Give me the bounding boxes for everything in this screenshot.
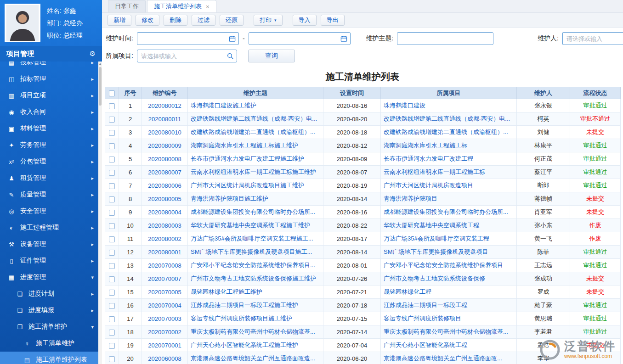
row-topic-link[interactable]: 江苏成品油二期项目一标段工程施工维护 bbox=[191, 302, 298, 308]
row-topic-link[interactable]: 京港澳高速公路粤境韶关至广州互通路面改造... bbox=[191, 355, 315, 362]
sidebar-item-project-setup[interactable]: ▥项目立项▸ bbox=[0, 87, 98, 104]
filter-button[interactable]: 过滤 bbox=[192, 15, 215, 26]
row-topic-link[interactable]: 万达广场35#会所及咖啡厅空调安装工程施工... bbox=[191, 235, 313, 242]
row-checkbox[interactable] bbox=[109, 210, 115, 216]
row-checkbox[interactable] bbox=[109, 157, 115, 162]
row-topic-link[interactable]: 长春市伊通河水力发电厂改建工程施工维护 bbox=[191, 155, 304, 162]
row-topic-link[interactable]: 广安邓小平纪念馆安全防范系统维护保养项目... bbox=[191, 262, 315, 269]
row-project-link[interactable]: 广安邓小平纪念馆安全防范系统维护保养项目 bbox=[384, 262, 503, 269]
row-project-link[interactable]: 湖南洞庭湖水库引水工程施工标 bbox=[384, 142, 467, 149]
row-project-link[interactable]: 晟铭园林绿化工程 bbox=[384, 288, 431, 295]
sidebar-item-labor[interactable]: ✦劳务管理▸ bbox=[0, 137, 98, 153]
date-from-field[interactable] bbox=[137, 32, 239, 45]
row-topic-link[interactable]: 广州市天河区统计局机房改造项目施工维护 bbox=[191, 182, 304, 189]
date-from-input[interactable] bbox=[141, 35, 227, 42]
row-checkbox[interactable] bbox=[109, 183, 115, 189]
row-project-link[interactable]: 华软大厦研究基地中央空调系统工程 bbox=[384, 222, 479, 229]
sidebar-item-certificate[interactable]: ▯证件管理▸ bbox=[0, 252, 98, 269]
sidebar-scrollbar[interactable]: ▲ bbox=[98, 62, 102, 364]
row-code-link[interactable]: 2020070007 bbox=[148, 275, 181, 282]
scroll-up-icon[interactable]: ▲ bbox=[98, 62, 102, 66]
row-topic-link[interactable]: 云南水利枢纽潜明水库一期工程施工标施工维护 bbox=[191, 168, 316, 175]
project-input[interactable] bbox=[141, 53, 225, 60]
row-code-link[interactable]: 2020080003 bbox=[148, 222, 181, 229]
row-topic-link[interactable]: 湖南洞庭湖水库引水工程施工标施工维护 bbox=[191, 142, 298, 149]
row-checkbox[interactable] bbox=[109, 223, 115, 229]
row-checkbox[interactable] bbox=[109, 170, 115, 176]
row-code-link[interactable]: 2020080007 bbox=[148, 169, 181, 176]
row-code-link[interactable]: 2020080012 bbox=[148, 102, 181, 109]
row-code-link[interactable]: 2020060008 bbox=[148, 355, 181, 362]
row-project-link[interactable]: 广州市天河区统计局机房改造项目 bbox=[384, 182, 473, 189]
row-checkbox[interactable] bbox=[109, 276, 115, 282]
row-code-link[interactable]: 2020080004 bbox=[148, 209, 181, 216]
row-code-link[interactable]: 2020080011 bbox=[148, 116, 181, 123]
sidebar-item-safety[interactable]: ◎安全管理▸ bbox=[0, 203, 98, 219]
row-checkbox[interactable] bbox=[109, 236, 115, 242]
export-button[interactable]: 导出 bbox=[321, 15, 345, 26]
row-checkbox[interactable] bbox=[109, 290, 115, 296]
date-to-field[interactable] bbox=[249, 32, 351, 45]
sidebar-item-construction-list-maintain-list[interactable]: ▤施工清单维护列表 bbox=[0, 352, 98, 364]
row-project-link[interactable]: 京港澳高速公路粤境韶关至广州互通路面改... bbox=[384, 355, 502, 362]
scrollbar-thumb[interactable] bbox=[99, 67, 102, 106]
row-code-link[interactable]: 2020070004 bbox=[148, 302, 181, 309]
add-button[interactable]: 新增 bbox=[108, 15, 131, 26]
sidebar-item-lease[interactable]: ♟租赁管理▸ bbox=[0, 170, 98, 186]
date-to-input[interactable] bbox=[253, 35, 339, 42]
sidebar-item-progress-report[interactable]: ❏进度填报▸ bbox=[0, 302, 98, 319]
sidebar-item-construction-list-maintain[interactable]: ♀施工清单维护 bbox=[0, 335, 98, 352]
row-project-link[interactable]: 长春市伊通河水力发电厂改建工程 bbox=[384, 155, 473, 162]
row-project-link[interactable]: SM广场地下车库更换摄像机及硬盘项目 bbox=[384, 248, 488, 255]
row-topic-link[interactable]: 广州市文物考古工地安防系统设备保修施工维护 bbox=[191, 275, 316, 282]
row-checkbox[interactable] bbox=[109, 343, 115, 349]
row-project-link[interactable]: 成都能源建设集团投资有限公司临时办公场所... bbox=[384, 208, 508, 215]
row-project-link[interactable]: 万达广场35#会所及咖啡厅空调安装工程 bbox=[384, 235, 489, 242]
row-code-link[interactable]: 2020070002 bbox=[148, 329, 181, 336]
row-project-link[interactable]: 广州市文物考古工地安防系统设备保修 bbox=[384, 275, 485, 282]
project-field[interactable] bbox=[137, 50, 237, 62]
sidebar-item-material[interactable]: ▣材料管理▸ bbox=[0, 120, 98, 137]
row-project-link[interactable]: 重庆太极制药有限公司亳州中药材仓储物流基... bbox=[384, 328, 508, 335]
row-checkbox[interactable] bbox=[109, 143, 115, 149]
row-topic-link[interactable]: 青海洪湖养护院项目施工维护 bbox=[191, 195, 268, 202]
import-button[interactable]: 导入 bbox=[293, 15, 317, 26]
edit-button[interactable]: 修改 bbox=[136, 15, 159, 26]
row-checkbox[interactable] bbox=[109, 196, 115, 202]
tab-daily-work[interactable]: 日常工作 bbox=[108, 0, 146, 12]
row-code-link[interactable]: 2020080010 bbox=[148, 129, 181, 136]
row-code-link[interactable]: 2020080008 bbox=[148, 156, 181, 162]
row-topic-link[interactable]: 改建铁路成渝线增建第二直通线（成渝枢纽）... bbox=[191, 129, 315, 135]
row-project-link[interactable]: 改建铁路成渝线增建第二直通线（成渝枢纽）... bbox=[384, 129, 508, 135]
row-code-link[interactable]: 2020080009 bbox=[148, 142, 181, 149]
row-code-link[interactable]: 2020080006 bbox=[148, 182, 181, 189]
sidebar-item-construction-list[interactable]: ❐施工清单维护▾ bbox=[0, 319, 98, 335]
row-project-link[interactable]: 江苏成品油二期项目一标段工程 bbox=[384, 302, 467, 308]
row-checkbox[interactable] bbox=[109, 303, 115, 309]
row-checkbox[interactable] bbox=[109, 263, 115, 269]
row-project-link[interactable]: 客运专线广州调度所装修项目 bbox=[384, 315, 461, 322]
row-code-link[interactable]: 2020080005 bbox=[148, 196, 181, 202]
maintain-topic-input[interactable] bbox=[401, 35, 490, 42]
row-topic-link[interactable]: 重庆太极制药有限公司亳州中药材仓储物流基... bbox=[191, 328, 315, 335]
sidebar-item-progress-plan[interactable]: ❏进度计划▸ bbox=[0, 286, 98, 302]
query-button[interactable]: 查询 bbox=[248, 50, 295, 62]
sidebar-item-tender[interactable]: ◫招标管理▸ bbox=[0, 71, 98, 87]
sidebar-item-equipment[interactable]: ⚒设备管理▸ bbox=[0, 236, 98, 252]
maintainer-field[interactable] bbox=[562, 32, 623, 45]
tab-close-icon[interactable]: × bbox=[206, 4, 210, 10]
row-project-link[interactable]: 珠海鹤港口建设 bbox=[384, 102, 425, 109]
row-code-link[interactable]: 2020080002 bbox=[148, 235, 181, 242]
tab-construction-list-tab[interactable]: 施工清单维护列表× bbox=[147, 0, 216, 12]
row-checkbox[interactable] bbox=[109, 356, 115, 362]
row-checkbox[interactable] bbox=[109, 117, 115, 123]
row-checkbox[interactable] bbox=[109, 330, 115, 336]
row-topic-link[interactable]: 改建铁路线增建第二线直通线（成都-西安）电... bbox=[191, 115, 317, 122]
row-topic-link[interactable]: 晟铭园林绿化工程施工维护 bbox=[191, 288, 262, 295]
row-topic-link[interactable]: 客运专线广州调度所装修项目施工维护 bbox=[191, 315, 292, 322]
row-project-link[interactable]: 青海洪湖养护院项目 bbox=[384, 195, 437, 202]
row-topic-link[interactable]: 珠海鹤港口建设施工维护 bbox=[191, 102, 256, 109]
row-checkbox[interactable] bbox=[109, 250, 115, 256]
row-code-link[interactable]: 2020070005 bbox=[148, 289, 181, 296]
row-topic-link[interactable]: 广州天心苑小区智能化系统工程施工维护 bbox=[191, 342, 298, 348]
